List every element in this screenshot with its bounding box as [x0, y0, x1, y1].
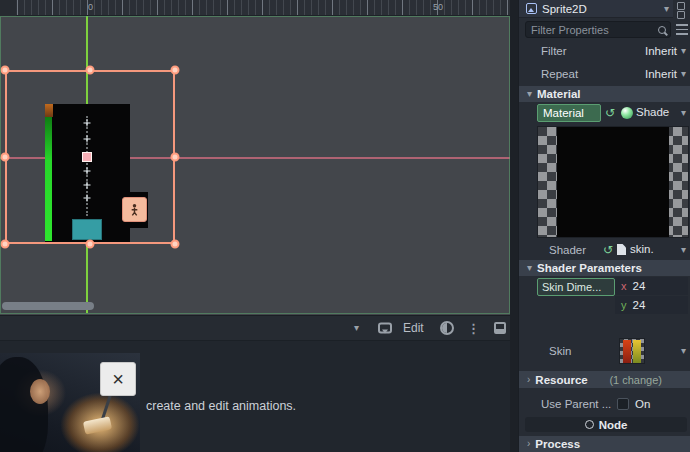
property-row-material: Material ↺ Shade ▾ [519, 104, 690, 123]
selection-handle-mr[interactable] [171, 153, 180, 162]
ruler-corner [0, 0, 16, 16]
resource-changes-badge: (1 change) [609, 374, 662, 386]
repeat-label: Repeat [541, 68, 578, 80]
node-category-label: Node [599, 419, 628, 431]
thumbnail-face [30, 379, 50, 404]
selection-handle-tr[interactable] [171, 66, 180, 75]
chevron-right-icon: › [527, 439, 530, 449]
shader-file-icon [617, 244, 626, 255]
filter-label: Filter [541, 45, 567, 57]
dock-expand-icon[interactable] [677, 2, 685, 10]
selection-handle-bm[interactable] [86, 240, 95, 249]
tutorial-caption: create and edit animations. [146, 399, 296, 413]
shader-material-icon [621, 107, 633, 119]
bottom-panel-toolbar: ▾ Edit ⋮ [0, 315, 510, 341]
chevron-down-icon: ▾ [527, 89, 532, 99]
search-icon [658, 26, 666, 34]
y-value: 24 [633, 299, 646, 311]
shader-label: Shader [549, 244, 586, 256]
bottom-panel: ▾ Edit ⋮ × create and edit animations. [0, 315, 510, 452]
node-circle-icon [585, 420, 594, 429]
skin-label: Skin [549, 345, 571, 357]
selected-node-name: Sprite2D [542, 3, 587, 15]
selection-handle-bl[interactable] [1, 240, 10, 249]
ruler-label: 50 [433, 2, 443, 12]
material-preview-texture [557, 127, 669, 237]
revert-icon[interactable]: ↺ [605, 107, 615, 119]
property-row-shader: Shader ↺ skin. ▾ [519, 242, 690, 258]
y-axis-label: y [621, 299, 627, 311]
node-history-selector[interactable]: Sprite2D ▾ [519, 0, 673, 18]
selection-handle-ml[interactable] [1, 153, 10, 162]
chat-icon[interactable] [378, 323, 392, 334]
skin-texture-bar [623, 340, 631, 363]
x-axis-label: x [621, 280, 627, 292]
node-category-button[interactable]: Node [525, 417, 687, 432]
viewport-hscrollbar[interactable] [2, 302, 94, 310]
chevron-down-icon: ▾ [527, 263, 532, 273]
selection-handle-tm[interactable] [86, 66, 95, 75]
section-process[interactable]: › Process [519, 436, 690, 452]
selection-handle-tl[interactable] [1, 66, 10, 75]
ruler-label: 0 [88, 2, 93, 12]
chevron-down-icon[interactable]: ▾ [681, 346, 686, 356]
contrast-icon[interactable] [440, 321, 454, 335]
thumbnail-lamp-shade [83, 416, 112, 434]
skin-texture-bar [633, 340, 641, 363]
chevron-down-icon[interactable]: ▾ [681, 108, 686, 118]
property-row-filter: Filter Inherit ▾ [519, 43, 690, 58]
use-parent-checkbox[interactable] [617, 398, 629, 410]
chevron-down-icon[interactable]: ▾ [681, 245, 686, 255]
shader-value[interactable]: skin. [630, 243, 654, 255]
viewport-2d[interactable]: 0 50 [0, 0, 510, 315]
property-row-repeat: Repeat Inherit ▾ [519, 66, 690, 81]
dock-float-icon[interactable] [677, 11, 685, 19]
material-preview[interactable] [537, 126, 689, 238]
skin-texture-thumbnail[interactable] [619, 338, 645, 364]
material-key-chip[interactable]: Material [537, 104, 601, 122]
section-material[interactable]: ▾ Material [519, 86, 690, 102]
dock-splitter[interactable] [510, 0, 518, 452]
close-icon: × [112, 369, 124, 389]
chevron-down-icon: ▾ [664, 4, 669, 14]
section-shader-parameters[interactable]: ▾ Shader Parameters [519, 260, 690, 276]
selection-handle-br[interactable] [171, 240, 180, 249]
property-row-skin: Skin ▾ [519, 336, 690, 366]
dock-pin-icon[interactable] [494, 322, 506, 334]
selection-rect [5, 70, 175, 244]
chevron-down-icon: ▾ [681, 69, 686, 79]
skin-dimensions-chip[interactable]: Skin Dime... [537, 278, 615, 296]
use-parent-label: Use Parent ... [541, 398, 611, 410]
chevron-down-icon: ▾ [681, 46, 686, 56]
inspector-dock: Sprite2D ▾ Filter Properties Filter Inhe… [518, 0, 690, 452]
revert-icon[interactable]: ↺ [603, 244, 613, 256]
material-value[interactable]: Shade [636, 106, 669, 118]
close-button[interactable]: × [100, 362, 136, 396]
toolbar-dropdown-icon[interactable]: ▾ [354, 323, 359, 333]
repeat-dropdown[interactable]: Inherit ▾ [645, 68, 686, 80]
skin-dimensions-y-field[interactable]: y 24 [615, 296, 688, 314]
property-row-use-parent: Use Parent ... On [519, 396, 690, 411]
use-parent-value: On [635, 398, 650, 410]
x-value: 24 [633, 280, 646, 292]
edit-button[interactable]: Edit [403, 321, 424, 335]
section-resource[interactable]: › Resource (1 change) [519, 371, 690, 388]
godot-editor: 0 50 ▾ Edit ⋮ × create and edit animatio… [0, 0, 690, 452]
overflow-menu-icon[interactable]: ⋮ [467, 321, 480, 336]
filter-dropdown[interactable]: Inherit ▾ [645, 45, 686, 57]
chevron-right-icon: › [527, 375, 530, 385]
sprite2d-icon [526, 3, 537, 14]
top-ruler: 0 50 [0, 0, 510, 16]
filter-properties-input[interactable]: Filter Properties [525, 21, 671, 38]
search-placeholder: Filter Properties [531, 24, 658, 36]
property-tools-icon[interactable] [676, 24, 688, 35]
thumbnail-person-silhouette [0, 357, 48, 452]
skin-dimensions-x-field[interactable]: x 24 [615, 277, 688, 295]
